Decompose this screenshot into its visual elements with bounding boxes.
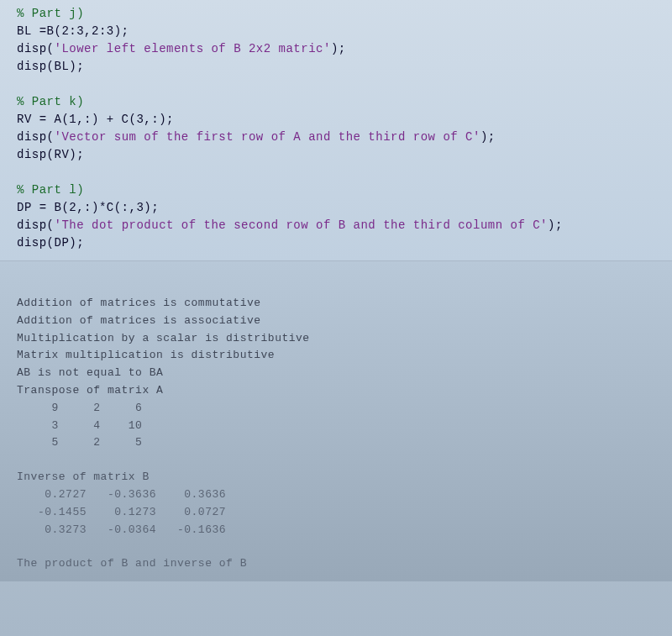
code-line: disp('Vector sum of the first row of A a… [17, 129, 664, 146]
output-text: Addition of matrices is associative [17, 313, 664, 330]
empty-line [17, 76, 664, 93]
output-text: Inverse of matrix B [17, 469, 664, 486]
matrix-row: 5 2 5 [17, 434, 664, 452]
comment-part-l: % Part l) [17, 181, 664, 199]
comment-part-k: % Part k) [17, 93, 664, 111]
spacing [17, 539, 664, 555]
output-text: AB is not equal to BA [17, 365, 664, 382]
matrix-row: 0.2727 -0.3636 0.3636 [17, 486, 664, 504]
matrix-row: -0.1455 0.1273 0.0727 [17, 504, 664, 522]
output-text: Multiplication by a scalar is distributi… [17, 330, 664, 348]
matrix-row: 3 4 10 [17, 418, 664, 435]
matrix-row: 9 2 6 [17, 400, 664, 418]
output-text: Addition of matrices is commutative [17, 295, 664, 313]
code-line: disp('Lower left elements of B 2x2 matri… [17, 40, 664, 58]
code-line: DP = B(2,:)*C(:,3); [17, 199, 664, 217]
code-editor[interactable]: % Part j) BL =B(2:3,2:3); disp('Lower le… [0, 0, 672, 261]
output-text: Matrix multiplication is distributive [17, 347, 664, 365]
code-line: disp(RV); [17, 146, 664, 164]
output-text: The product of B and inverse of B [17, 555, 664, 573]
code-line: disp('The dot product of the second row … [17, 217, 664, 234]
empty-line [17, 164, 664, 181]
comment-part-j: % Part j) [17, 5, 664, 23]
code-line: RV = A(1,:) + C(3,:); [17, 111, 664, 129]
command-window-output[interactable]: Addition of matrices is commutative Addi… [0, 261, 672, 581]
output-text: Transpose of matrix A [17, 382, 664, 400]
code-line: disp(BL); [17, 58, 664, 76]
matrix-row: 0.3273 -0.0364 -0.1636 [17, 522, 664, 539]
spacing [17, 452, 664, 469]
code-line: disp(DP); [17, 234, 664, 252]
code-line: BL =B(2:3,2:3); [17, 23, 664, 40]
